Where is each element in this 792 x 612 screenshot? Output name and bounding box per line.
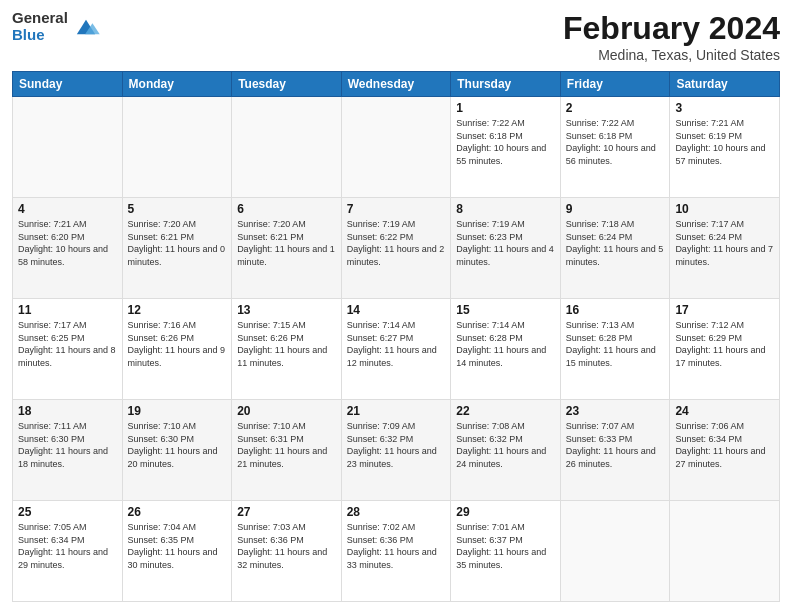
logo: General Blue	[12, 10, 100, 43]
day-info: Sunrise: 7:13 AM Sunset: 6:28 PM Dayligh…	[566, 319, 665, 369]
day-number: 27	[237, 505, 336, 519]
day-number: 2	[566, 101, 665, 115]
day-info: Sunrise: 7:12 AM Sunset: 6:29 PM Dayligh…	[675, 319, 774, 369]
day-number: 10	[675, 202, 774, 216]
day-number: 14	[347, 303, 446, 317]
day-info: Sunrise: 7:22 AM Sunset: 6:18 PM Dayligh…	[456, 117, 555, 167]
calendar-week-1: 4Sunrise: 7:21 AM Sunset: 6:20 PM Daylig…	[13, 198, 780, 299]
day-info: Sunrise: 7:04 AM Sunset: 6:35 PM Dayligh…	[128, 521, 227, 571]
calendar-cell: 13Sunrise: 7:15 AM Sunset: 6:26 PM Dayli…	[232, 299, 342, 400]
calendar-week-0: 1Sunrise: 7:22 AM Sunset: 6:18 PM Daylig…	[13, 97, 780, 198]
subtitle: Medina, Texas, United States	[563, 47, 780, 63]
col-friday: Friday	[560, 72, 670, 97]
day-number: 28	[347, 505, 446, 519]
calendar-cell: 9Sunrise: 7:18 AM Sunset: 6:24 PM Daylig…	[560, 198, 670, 299]
day-number: 17	[675, 303, 774, 317]
calendar-cell: 12Sunrise: 7:16 AM Sunset: 6:26 PM Dayli…	[122, 299, 232, 400]
calendar-cell: 28Sunrise: 7:02 AM Sunset: 6:36 PM Dayli…	[341, 501, 451, 602]
day-info: Sunrise: 7:03 AM Sunset: 6:36 PM Dayligh…	[237, 521, 336, 571]
day-info: Sunrise: 7:08 AM Sunset: 6:32 PM Dayligh…	[456, 420, 555, 470]
calendar-cell: 4Sunrise: 7:21 AM Sunset: 6:20 PM Daylig…	[13, 198, 123, 299]
col-thursday: Thursday	[451, 72, 561, 97]
day-number: 9	[566, 202, 665, 216]
day-info: Sunrise: 7:07 AM Sunset: 6:33 PM Dayligh…	[566, 420, 665, 470]
title-block: February 2024 Medina, Texas, United Stat…	[563, 10, 780, 63]
calendar-cell: 5Sunrise: 7:20 AM Sunset: 6:21 PM Daylig…	[122, 198, 232, 299]
day-info: Sunrise: 7:20 AM Sunset: 6:21 PM Dayligh…	[128, 218, 227, 268]
day-number: 20	[237, 404, 336, 418]
day-info: Sunrise: 7:05 AM Sunset: 6:34 PM Dayligh…	[18, 521, 117, 571]
day-info: Sunrise: 7:14 AM Sunset: 6:28 PM Dayligh…	[456, 319, 555, 369]
logo-icon	[72, 16, 100, 38]
header: General Blue February 2024 Medina, Texas…	[12, 10, 780, 63]
day-info: Sunrise: 7:16 AM Sunset: 6:26 PM Dayligh…	[128, 319, 227, 369]
calendar-cell	[13, 97, 123, 198]
day-number: 1	[456, 101, 555, 115]
day-info: Sunrise: 7:15 AM Sunset: 6:26 PM Dayligh…	[237, 319, 336, 369]
day-info: Sunrise: 7:19 AM Sunset: 6:23 PM Dayligh…	[456, 218, 555, 268]
calendar-cell: 3Sunrise: 7:21 AM Sunset: 6:19 PM Daylig…	[670, 97, 780, 198]
calendar-cell: 6Sunrise: 7:20 AM Sunset: 6:21 PM Daylig…	[232, 198, 342, 299]
calendar-cell	[341, 97, 451, 198]
calendar-cell: 17Sunrise: 7:12 AM Sunset: 6:29 PM Dayli…	[670, 299, 780, 400]
calendar-cell	[232, 97, 342, 198]
calendar-cell: 16Sunrise: 7:13 AM Sunset: 6:28 PM Dayli…	[560, 299, 670, 400]
day-number: 6	[237, 202, 336, 216]
day-number: 15	[456, 303, 555, 317]
calendar-cell	[122, 97, 232, 198]
calendar-cell: 20Sunrise: 7:10 AM Sunset: 6:31 PM Dayli…	[232, 400, 342, 501]
day-number: 5	[128, 202, 227, 216]
day-info: Sunrise: 7:01 AM Sunset: 6:37 PM Dayligh…	[456, 521, 555, 571]
day-number: 26	[128, 505, 227, 519]
day-info: Sunrise: 7:18 AM Sunset: 6:24 PM Dayligh…	[566, 218, 665, 268]
calendar-cell: 15Sunrise: 7:14 AM Sunset: 6:28 PM Dayli…	[451, 299, 561, 400]
logo-general: General	[12, 10, 68, 27]
calendar-cell: 19Sunrise: 7:10 AM Sunset: 6:30 PM Dayli…	[122, 400, 232, 501]
day-number: 24	[675, 404, 774, 418]
day-number: 18	[18, 404, 117, 418]
calendar-cell: 2Sunrise: 7:22 AM Sunset: 6:18 PM Daylig…	[560, 97, 670, 198]
calendar-cell: 18Sunrise: 7:11 AM Sunset: 6:30 PM Dayli…	[13, 400, 123, 501]
calendar-week-4: 25Sunrise: 7:05 AM Sunset: 6:34 PM Dayli…	[13, 501, 780, 602]
col-monday: Monday	[122, 72, 232, 97]
col-saturday: Saturday	[670, 72, 780, 97]
main-title: February 2024	[563, 10, 780, 47]
day-info: Sunrise: 7:06 AM Sunset: 6:34 PM Dayligh…	[675, 420, 774, 470]
calendar-table: Sunday Monday Tuesday Wednesday Thursday…	[12, 71, 780, 602]
calendar-cell: 8Sunrise: 7:19 AM Sunset: 6:23 PM Daylig…	[451, 198, 561, 299]
day-number: 22	[456, 404, 555, 418]
calendar-cell: 25Sunrise: 7:05 AM Sunset: 6:34 PM Dayli…	[13, 501, 123, 602]
calendar-cell: 23Sunrise: 7:07 AM Sunset: 6:33 PM Dayli…	[560, 400, 670, 501]
day-number: 8	[456, 202, 555, 216]
calendar-cell: 24Sunrise: 7:06 AM Sunset: 6:34 PM Dayli…	[670, 400, 780, 501]
day-number: 16	[566, 303, 665, 317]
calendar-cell: 10Sunrise: 7:17 AM Sunset: 6:24 PM Dayli…	[670, 198, 780, 299]
day-info: Sunrise: 7:19 AM Sunset: 6:22 PM Dayligh…	[347, 218, 446, 268]
calendar-header-row: Sunday Monday Tuesday Wednesday Thursday…	[13, 72, 780, 97]
calendar-cell: 22Sunrise: 7:08 AM Sunset: 6:32 PM Dayli…	[451, 400, 561, 501]
calendar-cell: 14Sunrise: 7:14 AM Sunset: 6:27 PM Dayli…	[341, 299, 451, 400]
day-info: Sunrise: 7:11 AM Sunset: 6:30 PM Dayligh…	[18, 420, 117, 470]
calendar-cell: 11Sunrise: 7:17 AM Sunset: 6:25 PM Dayli…	[13, 299, 123, 400]
page: General Blue February 2024 Medina, Texas…	[0, 0, 792, 612]
day-number: 23	[566, 404, 665, 418]
day-number: 25	[18, 505, 117, 519]
day-number: 7	[347, 202, 446, 216]
day-info: Sunrise: 7:22 AM Sunset: 6:18 PM Dayligh…	[566, 117, 665, 167]
calendar-cell: 29Sunrise: 7:01 AM Sunset: 6:37 PM Dayli…	[451, 501, 561, 602]
day-info: Sunrise: 7:14 AM Sunset: 6:27 PM Dayligh…	[347, 319, 446, 369]
day-number: 13	[237, 303, 336, 317]
calendar-cell	[560, 501, 670, 602]
day-number: 11	[18, 303, 117, 317]
col-tuesday: Tuesday	[232, 72, 342, 97]
calendar-cell: 21Sunrise: 7:09 AM Sunset: 6:32 PM Dayli…	[341, 400, 451, 501]
day-number: 12	[128, 303, 227, 317]
logo-blue: Blue	[12, 27, 45, 44]
day-info: Sunrise: 7:20 AM Sunset: 6:21 PM Dayligh…	[237, 218, 336, 268]
day-info: Sunrise: 7:17 AM Sunset: 6:24 PM Dayligh…	[675, 218, 774, 268]
calendar-week-2: 11Sunrise: 7:17 AM Sunset: 6:25 PM Dayli…	[13, 299, 780, 400]
day-info: Sunrise: 7:21 AM Sunset: 6:19 PM Dayligh…	[675, 117, 774, 167]
col-wednesday: Wednesday	[341, 72, 451, 97]
day-number: 19	[128, 404, 227, 418]
calendar-week-3: 18Sunrise: 7:11 AM Sunset: 6:30 PM Dayli…	[13, 400, 780, 501]
